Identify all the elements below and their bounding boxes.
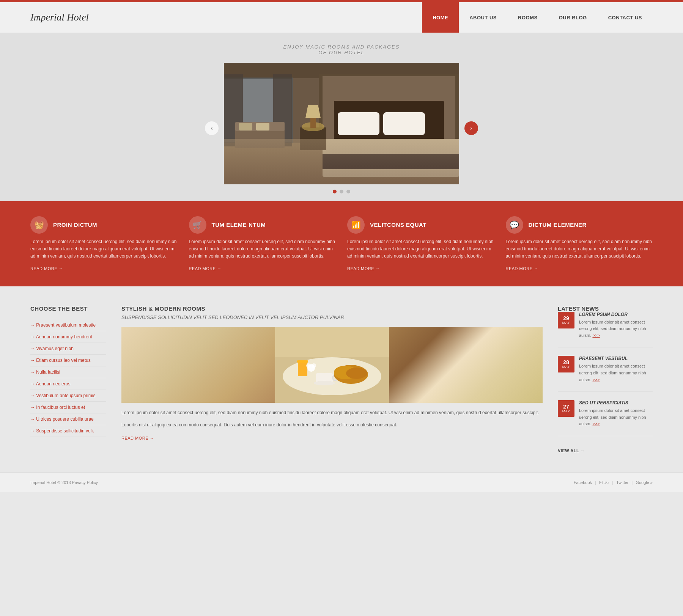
feature-3: 📶 VELITCONS EQUAT Lorem ipsum dolor sit … bbox=[347, 216, 494, 271]
footer-facebook[interactable]: Facebook bbox=[574, 480, 592, 485]
nav-about[interactable]: ABOUT US bbox=[459, 2, 507, 33]
nav-contact[interactable]: CONTACT US bbox=[598, 2, 653, 33]
features-bar: 🧺 PROIN DICTUM Lorem ipsum dolor sit ame… bbox=[0, 201, 683, 286]
news-item-1: 29 MAY LOREM PSUM DOLOR Lorem ipsum dolo… bbox=[558, 312, 653, 348]
stylish-rooms-desc2: Lobortis nisl ut aliquip ex ea commodo c… bbox=[121, 421, 543, 429]
logo: Imperial Hotel bbox=[30, 12, 89, 23]
slider-prev-button[interactable]: ‹ bbox=[205, 121, 219, 135]
news-month-2: MAY bbox=[562, 365, 570, 369]
svg-point-36 bbox=[314, 381, 335, 385]
header: Imperial Hotel HOME ABOUT US ROOMS OUR B… bbox=[0, 2, 683, 33]
footer-flickr[interactable]: Flickr bbox=[599, 480, 609, 485]
nav-blog[interactable]: OUR BLOG bbox=[548, 2, 598, 33]
footer-google[interactable]: Google » bbox=[636, 480, 653, 485]
feature-3-title: VELITCONS EQUAT bbox=[370, 221, 426, 229]
svg-rect-22 bbox=[224, 139, 459, 184]
feature-1-icon: 🧺 bbox=[30, 216, 48, 234]
list-item-link-10[interactable]: Suspendisse sollicitudin velit bbox=[36, 428, 94, 434]
news-day-3: 27 bbox=[563, 404, 569, 409]
news-title-3: SED UT PERSPICIATIS bbox=[579, 400, 653, 405]
list-item-link-1[interactable]: Praesent vestibulum molestie bbox=[36, 322, 96, 328]
room-photo bbox=[121, 327, 543, 403]
news-link-1[interactable]: >>> bbox=[592, 333, 600, 338]
slider: ‹ bbox=[224, 63, 459, 193]
feature-1-read-more[interactable]: READ MORE → bbox=[30, 266, 63, 271]
list-item: Aenean nec eros bbox=[30, 378, 106, 390]
stylish-rooms-subtitle: SUSPENDISSE SOLLICITUDIN VELIT SED LEODO… bbox=[121, 314, 543, 321]
news-text-1: Lorem ipsum dolor sit amet consect uercn… bbox=[579, 319, 653, 339]
feature-3-read-more[interactable]: READ MORE → bbox=[347, 266, 380, 271]
svg-rect-21 bbox=[256, 123, 269, 130]
feature-4-read-more[interactable]: READ MORE → bbox=[506, 266, 538, 271]
news-month-3: MAY bbox=[562, 409, 570, 413]
list-item: In faucibus orci luctus et bbox=[30, 402, 106, 413]
footer: Imperial Hotel © 2013 Privacy Policy Fac… bbox=[0, 472, 683, 492]
feature-1-text: Lorem ipsum dolor sit amet consect uercn… bbox=[30, 238, 178, 260]
stylish-rooms-desc1: Lorem ipsum dolor sit amet consect uercn… bbox=[121, 409, 543, 416]
feature-4: 💬 DICTUM ELEMENER Lorem ipsum dolor sit … bbox=[506, 216, 653, 271]
latest-news-section: LATEST NEWS 29 MAY LOREM PSUM DOLOR Lore… bbox=[558, 305, 653, 453]
list-item-link-3[interactable]: Vivamus eget nibh bbox=[36, 346, 74, 351]
feature-3-header: 📶 VELITCONS EQUAT bbox=[347, 216, 494, 234]
feature-2-icon: 🛒 bbox=[189, 216, 206, 234]
svg-rect-16 bbox=[310, 118, 316, 128]
list-item: Ultrices posuere cubilia urae bbox=[30, 413, 106, 425]
feature-3-icon: 📶 bbox=[347, 216, 365, 234]
news-title-1: LOREM PSUM DOLOR bbox=[579, 312, 653, 317]
news-date-2: 28 MAY bbox=[558, 356, 574, 372]
footer-copy: Imperial Hotel © 2013 Privacy Policy bbox=[30, 480, 98, 485]
list-item-link-4[interactable]: Etiam cursus leo vel metus bbox=[36, 358, 90, 363]
news-item-2: 28 MAY PRAESENT VESTIBUL Lorem ipsum dol… bbox=[558, 356, 653, 392]
slider-image bbox=[224, 63, 459, 184]
news-date-1: 29 MAY bbox=[558, 312, 574, 328]
footer-twitter[interactable]: Twitter bbox=[616, 480, 628, 485]
footer-links: Facebook | Flickr | Twitter | Google » bbox=[574, 480, 653, 485]
nav-home[interactable]: HOME bbox=[422, 2, 459, 33]
hero-subtitle: ENJOY MAGIC ROOMS AND PACKAGES OF OUR HO… bbox=[0, 44, 683, 55]
list-item-link-2[interactable]: Aenean nonummy hendrerit bbox=[36, 334, 92, 339]
view-all-link[interactable]: VIEW ALL → bbox=[558, 448, 585, 453]
slider-dots bbox=[224, 190, 459, 193]
feature-1-title: PROIN DICTUM bbox=[53, 221, 97, 229]
slider-dot-3[interactable] bbox=[346, 190, 350, 193]
news-content-2: PRAESENT VESTIBUL Lorem ipsum dolor sit … bbox=[579, 356, 653, 383]
news-content-3: SED UT PERSPICIATIS Lorem ipsum dolor si… bbox=[579, 400, 653, 427]
stylish-rooms-heading: STYLISH & MODERN ROOMS bbox=[121, 305, 543, 312]
svg-rect-26 bbox=[297, 360, 308, 363]
slider-next-button[interactable]: › bbox=[464, 121, 478, 135]
list-item-link-9[interactable]: Ultrices posuere cubilia urae bbox=[36, 416, 93, 422]
feature-2-header: 🛒 TUM ELEME NTUM bbox=[189, 216, 336, 234]
list-item-link-6[interactable]: Aenean nec eros bbox=[36, 381, 71, 387]
feature-4-text: Lorem ipsum dolor sit amet consect uercn… bbox=[506, 238, 653, 260]
slider-dot-2[interactable] bbox=[340, 190, 343, 193]
news-content-1: LOREM PSUM DOLOR Lorem ipsum dolor sit a… bbox=[579, 312, 653, 339]
svg-marker-17 bbox=[305, 105, 321, 118]
news-link-3[interactable]: >>> bbox=[592, 421, 600, 426]
svg-point-32 bbox=[346, 368, 367, 379]
list-item-link-5[interactable]: Nulla facilisi bbox=[36, 369, 60, 375]
feature-1-header: 🧺 PROIN DICTUM bbox=[30, 216, 178, 234]
news-text-2: Lorem ipsum dolor sit amet consect uercn… bbox=[579, 363, 653, 383]
list-item-link-8[interactable]: In faucibus orci luctus et bbox=[36, 405, 85, 410]
news-link-2[interactable]: >>> bbox=[592, 377, 600, 382]
news-day-1: 29 bbox=[563, 316, 569, 321]
news-month-1: MAY bbox=[562, 321, 570, 325]
nav-rooms[interactable]: ROOMS bbox=[507, 2, 548, 33]
feature-2-title: TUM ELEME NTUM bbox=[212, 221, 266, 229]
svg-rect-25 bbox=[298, 361, 307, 376]
list-item: Aenean nonummy hendrerit bbox=[30, 331, 106, 343]
feature-2-read-more[interactable]: READ MORE → bbox=[189, 266, 222, 271]
main-nav: HOME ABOUT US ROOMS OUR BLOG CONTACT US bbox=[422, 2, 653, 33]
list-item-link-7[interactable]: Vestibulum ante ipsum primis bbox=[36, 393, 95, 398]
main-content: CHOOSE THE BEST Praesent vestibulum mole… bbox=[0, 286, 683, 472]
news-text-3: Lorem ipsum dolor sit amet consect uercn… bbox=[579, 407, 653, 427]
svg-rect-11 bbox=[383, 112, 425, 135]
list-item: Nulla facilisi bbox=[30, 366, 106, 378]
list-item: Etiam cursus leo vel metus bbox=[30, 355, 106, 366]
news-title-2: PRAESENT VESTIBUL bbox=[579, 356, 653, 361]
latest-news-heading: LATEST NEWS bbox=[558, 305, 653, 312]
svg-rect-10 bbox=[338, 112, 379, 135]
slider-dot-1[interactable] bbox=[333, 190, 337, 193]
stylish-rooms-read-more[interactable]: READ MORE → bbox=[121, 436, 154, 440]
feature-2: 🛒 TUM ELEME NTUM Lorem ipsum dolor sit a… bbox=[189, 216, 336, 271]
